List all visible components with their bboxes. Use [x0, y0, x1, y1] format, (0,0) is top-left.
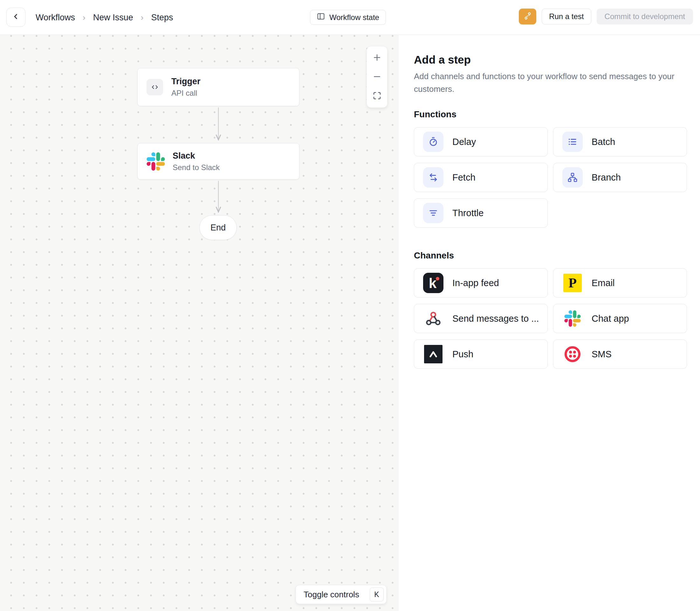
function-label: Delay	[452, 137, 476, 147]
code-brackets-icon	[147, 79, 163, 95]
run-a-test-button[interactable]: Run a test	[542, 9, 591, 25]
workflow-editor: Workflows › New Issue › Steps Workflow s…	[0, 0, 700, 611]
zoom-in-button[interactable]	[367, 48, 387, 68]
channel-label: Push	[452, 349, 473, 360]
breadcrumb-steps[interactable]: Steps	[151, 13, 173, 23]
trigger-node-subtitle: API call	[172, 89, 200, 98]
workflow-state-label: Workflow state	[329, 13, 379, 22]
zoom-out-button[interactable]	[367, 68, 387, 87]
fit-view-icon	[372, 91, 382, 101]
toggle-controls-button[interactable]: Toggle controls K	[296, 585, 387, 604]
function-card-delay[interactable]: Delay	[414, 127, 548, 157]
back-button[interactable]	[6, 8, 26, 27]
chevron-left-icon	[12, 13, 20, 21]
knock-logo: k	[423, 273, 444, 293]
channel-card-in-app-feed[interactable]: k In-app feed	[414, 268, 548, 298]
channel-card-email[interactable]: P Email	[553, 268, 687, 298]
slack-node-subtitle: Send to Slack	[173, 163, 220, 172]
channel-card-push[interactable]: Push	[414, 340, 548, 369]
commit-to-development-button[interactable]: Commit to development	[597, 9, 693, 25]
postmark-logo: P	[562, 273, 583, 293]
channel-card-sms[interactable]: SMS	[553, 340, 687, 369]
git-branch-icon	[523, 12, 532, 21]
slack-node-text: Slack Send to Slack	[173, 151, 220, 172]
breadcrumb-new-issue[interactable]: New Issue	[93, 13, 133, 23]
channel-card-chat-app[interactable]: Chat app	[553, 304, 687, 333]
channel-label: Send messages to ...	[452, 313, 539, 324]
workflow-canvas[interactable]: Trigger API call Slack Send to Slack End	[0, 35, 398, 611]
workflow-state-button[interactable]: Workflow state	[310, 10, 386, 25]
workflow-edges	[0, 35, 398, 611]
function-label: Branch	[592, 172, 621, 183]
toggle-controls-label: Toggle controls	[303, 590, 359, 599]
function-label: Fetch	[452, 172, 476, 183]
tree-icon	[562, 167, 583, 188]
funnel-lines-icon	[423, 203, 444, 223]
channel-label: SMS	[592, 349, 612, 360]
panel-description: Add channels and functions to your workf…	[414, 70, 687, 95]
function-card-batch[interactable]: Batch	[553, 127, 687, 157]
channel-label: Chat app	[592, 313, 629, 324]
breadcrumb-separator: ›	[83, 13, 86, 23]
end-node[interactable]: End	[199, 215, 237, 240]
minus-icon	[372, 72, 382, 82]
twilio-logo	[562, 344, 583, 364]
channels-heading: Channels	[414, 251, 687, 261]
channels-grid: k In-app feed P Email	[414, 268, 687, 369]
function-label: Batch	[592, 137, 615, 147]
channel-label: In-app feed	[452, 278, 499, 288]
canvas-zoom-controls	[367, 46, 388, 108]
function-card-throttle[interactable]: Throttle	[414, 198, 548, 228]
functions-grid: Delay Batch Fetch Branch	[414, 127, 687, 228]
function-label: Throttle	[452, 208, 483, 219]
add-step-panel: Add a step Add channels and functions to…	[399, 35, 700, 611]
slack-logo	[147, 152, 165, 171]
panel-title: Add a step	[414, 54, 687, 66]
breadcrumb-workflows[interactable]: Workflows	[35, 13, 75, 23]
breadcrumb: Workflows › New Issue › Steps	[35, 0, 173, 35]
breadcrumb-separator: ›	[141, 13, 144, 23]
list-icon	[562, 132, 583, 152]
function-card-fetch[interactable]: Fetch	[414, 163, 548, 192]
slack-node-title: Slack	[173, 151, 220, 161]
fit-view-button[interactable]	[367, 87, 387, 106]
swap-arrows-icon	[423, 167, 444, 188]
webhook-icon	[423, 308, 444, 329]
side-panel-icon	[317, 12, 325, 23]
channel-label: Email	[592, 278, 615, 288]
expo-logo	[423, 344, 444, 364]
trigger-node-title: Trigger	[172, 77, 200, 87]
top-bar: Workflows › New Issue › Steps Workflow s…	[0, 0, 700, 35]
top-right-actions: Run a test Commit to development	[519, 9, 693, 25]
timer-icon	[423, 132, 444, 152]
environment-branch-button[interactable]	[519, 9, 536, 25]
keyboard-shortcut-badge: K	[370, 587, 384, 601]
functions-heading: Functions	[414, 109, 687, 120]
trigger-node[interactable]: Trigger API call	[137, 68, 299, 106]
channel-card-webhook[interactable]: Send messages to ...	[414, 304, 548, 333]
slack-step-node[interactable]: Slack Send to Slack	[137, 143, 299, 180]
plus-icon	[372, 53, 382, 63]
trigger-node-text: Trigger API call	[172, 77, 200, 98]
function-card-branch[interactable]: Branch	[553, 163, 687, 192]
slack-logo	[562, 308, 583, 329]
